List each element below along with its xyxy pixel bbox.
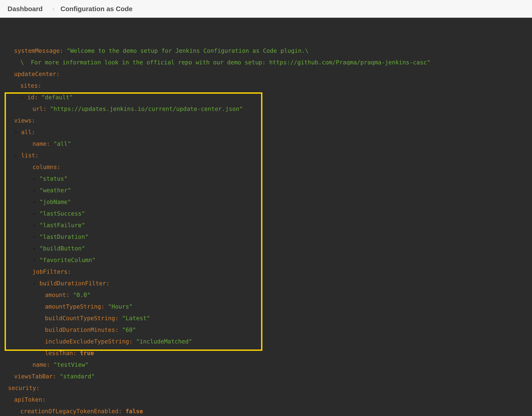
yaml-string: "lastSuccess" <box>39 210 85 217</box>
yaml-string: "lastFailure" <box>39 222 85 228</box>
yaml-string: "0.0" <box>73 292 90 298</box>
code-line: columns: <box>2 161 530 173</box>
yaml-text <box>104 303 108 310</box>
yaml-string: "default" <box>41 94 73 101</box>
yaml-text <box>132 338 136 345</box>
code-line: amountTypeString: "Hours" <box>2 301 530 312</box>
yaml-text: - <box>14 129 21 135</box>
yaml-key: jobFilters: <box>32 268 71 275</box>
yaml-text: - <box>32 210 39 217</box>
breadcrumb-root[interactable]: Dashboard <box>8 5 43 13</box>
code-line: - "lastSuccess" <box>2 208 530 219</box>
yaml-key: includeExcludeTypeString: <box>45 338 132 345</box>
yaml-key: updateCenter: <box>14 71 60 77</box>
yaml-string: "lastDuration" <box>39 233 89 240</box>
code-line: name: "testView" <box>2 359 530 370</box>
yaml-string: "Latest" <box>122 315 150 321</box>
yaml-key: viewsTabBar: <box>14 373 56 380</box>
yaml-text: - <box>14 152 21 159</box>
code-line: creationOfLegacyTokenEnabled: false <box>2 405 530 416</box>
code-line: updateCenter: <box>2 68 530 80</box>
code-line: - "status" <box>2 173 530 184</box>
yaml-key: buildDurationFilter: <box>39 280 109 287</box>
yaml-text <box>47 105 50 112</box>
yaml-text <box>69 292 73 298</box>
code-line: jobFilters: <box>2 266 530 277</box>
yaml-text <box>56 373 59 380</box>
yaml-string: "Welcome to the demo setup for Jenkins C… <box>67 47 309 54</box>
code-line: name: "all" <box>2 138 530 150</box>
yaml-string: \ For more information look in the offic… <box>20 59 431 66</box>
yaml-text: - <box>20 94 27 101</box>
code-line: includeExcludeTypeString: "includeMatche… <box>2 336 530 347</box>
code-line: buildCountTypeString: "Latest" <box>2 312 530 324</box>
yaml-text <box>50 361 53 368</box>
yaml-key: views: <box>14 117 35 124</box>
yaml-text <box>118 315 122 321</box>
yaml-key: url: <box>32 105 47 112</box>
code-line: lessThan: true <box>2 347 530 359</box>
yaml-key: name: <box>32 140 50 147</box>
breadcrumb-page[interactable]: Configuration as Code <box>60 5 133 13</box>
code-line: viewsTabBar: "standard" <box>2 370 530 382</box>
yaml-text <box>122 408 126 415</box>
yaml-text: - <box>32 233 39 240</box>
code-line: - "lastDuration" <box>2 231 530 243</box>
code-line: buildDurationMinutes: "60" <box>2 324 530 336</box>
yaml-bool: true <box>80 350 94 356</box>
yaml-text <box>63 47 67 54</box>
code-line: - list: <box>2 150 530 161</box>
yaml-text <box>50 140 53 147</box>
code-line: \ For more information look in the offic… <box>2 57 530 68</box>
code-line: security: <box>2 382 530 394</box>
yaml-bool: false <box>126 408 143 415</box>
yaml-code-viewer[interactable]: systemMessage: "Welcome to the demo setu… <box>0 18 532 416</box>
yaml-key: columns: <box>32 164 60 170</box>
code-line: - "buildButton" <box>2 243 530 254</box>
chevron-right-icon: › <box>52 6 54 12</box>
code-line: - id: "default" <box>2 91 530 103</box>
code-line: - "jobName" <box>2 196 530 208</box>
code-line: - "lastFailure" <box>2 219 530 231</box>
code-line: amount: "0.0" <box>2 289 530 301</box>
yaml-text <box>118 326 122 333</box>
yaml-text: - <box>32 199 39 205</box>
code-line: - all: <box>2 126 530 138</box>
yaml-text <box>38 94 41 101</box>
yaml-string: "https://updates.jenkins.io/current/upda… <box>50 105 243 112</box>
yaml-string: "includeMatched" <box>136 338 192 345</box>
yaml-text: - <box>32 280 39 287</box>
yaml-string: "buildButton" <box>39 245 85 252</box>
yaml-key: name: <box>32 361 50 368</box>
code-line: - "favoriteColumn" <box>2 254 530 266</box>
yaml-key: id: <box>27 94 38 101</box>
yaml-key: list: <box>21 152 39 159</box>
yaml-key: amount: <box>45 292 69 298</box>
code-line: - "weather" <box>2 184 530 196</box>
code-line: systemMessage: "Welcome to the demo setu… <box>2 45 530 57</box>
yaml-text: - <box>32 175 39 182</box>
code-line: apiToken: <box>2 394 530 405</box>
yaml-text: - <box>32 257 39 263</box>
yaml-key: sites: <box>20 82 41 89</box>
yaml-text <box>76 350 80 356</box>
yaml-string: "favoriteColumn" <box>39 257 96 263</box>
yaml-key: lessThan: <box>45 350 76 356</box>
yaml-string: "jobName" <box>39 199 71 205</box>
yaml-key: apiToken: <box>14 396 46 403</box>
yaml-string: "weather" <box>39 187 71 194</box>
yaml-string: "testView" <box>53 361 89 368</box>
yaml-string: "status" <box>39 175 68 182</box>
code-line: url: "https://updates.jenkins.io/current… <box>2 103 530 115</box>
yaml-string: "Hours" <box>108 303 133 310</box>
yaml-key: creationOfLegacyTokenEnabled: <box>20 408 122 415</box>
yaml-key: systemMessage: <box>14 47 63 54</box>
code-line: - buildDurationFilter: <box>2 277 530 289</box>
yaml-text: - <box>32 187 39 194</box>
yaml-string: "all" <box>53 140 71 147</box>
yaml-text: - <box>32 245 39 252</box>
code-line: views: <box>2 115 530 126</box>
yaml-string: "60" <box>122 326 136 333</box>
yaml-key: amountTypeString: <box>45 303 104 310</box>
yaml-text: - <box>32 222 39 228</box>
